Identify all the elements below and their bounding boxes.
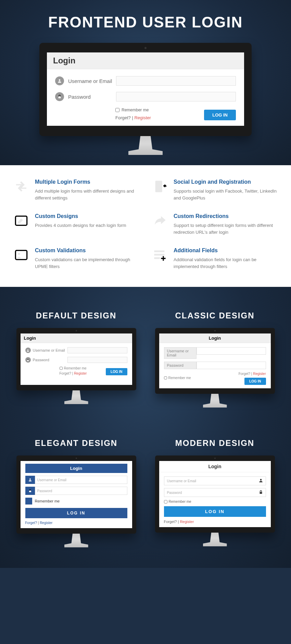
register-link[interactable]: Register: [180, 520, 194, 524]
remember-checkbox[interactable]: [115, 108, 119, 112]
remember-label: Remember me: [122, 108, 149, 112]
login-button[interactable]: LOG IN: [106, 368, 127, 375]
user-icon: [55, 76, 64, 85]
feature-title: Social Login and Registration: [174, 179, 277, 185]
register-link[interactable]: Register: [134, 115, 151, 120]
password-input[interactable]: Password: [35, 487, 127, 495]
feature-title: Additional Fields: [174, 247, 277, 254]
lines-icon: [152, 247, 167, 263]
feature-custom-redirections: Custom Redirections Support to setup dif…: [152, 213, 277, 235]
username-input[interactable]: [67, 347, 127, 353]
feature-title: Multiple Login Forms: [35, 179, 139, 185]
feature-desc: Provides 4 custom designs for each login…: [35, 222, 126, 229]
register-link[interactable]: Register: [74, 372, 87, 375]
feature-custom-validations: Custom Validations Custom validations ca…: [14, 247, 139, 270]
hero-section: FRONTEND USER LOGIN Login Username or Em…: [0, 0, 291, 165]
forget-link[interactable]: Forget?: [239, 372, 250, 376]
user-icon: [25, 348, 31, 353]
username-input[interactable]: Username or Email: [164, 476, 266, 485]
features-section: Multiple Login Forms Add multiple login …: [0, 165, 291, 287]
password-label: Password: [164, 362, 197, 369]
pen-icon: [14, 213, 29, 228]
login-heading: Login: [53, 56, 238, 65]
feature-social-login: Social Login and Registration Supports s…: [152, 179, 277, 201]
remember-checkbox[interactable]: [164, 500, 167, 503]
door-icon: [152, 179, 167, 194]
forget-link[interactable]: Forget?: [25, 521, 37, 525]
feature-additional-fields: Additional Fields Additional validation …: [152, 247, 277, 270]
lock-icon: [55, 92, 64, 101]
feature-desc: Support to setup different login forms w…: [174, 222, 277, 235]
lock-icon: [258, 490, 263, 495]
feature-title: Custom Validations: [35, 247, 139, 254]
lock-icon: [25, 357, 31, 363]
arrows-icon: [14, 179, 29, 194]
feature-title: Custom Redirections: [174, 213, 277, 219]
username-label: Username or Email: [68, 78, 116, 84]
username-input[interactable]: [197, 347, 266, 355]
remember-checkbox[interactable]: [60, 367, 63, 370]
hero-monitor: Login Username or Email Password: [39, 43, 252, 155]
forget-link[interactable]: Forget?: [115, 115, 131, 120]
register-link[interactable]: Register: [253, 372, 266, 376]
password-input[interactable]: [116, 92, 236, 101]
login-button[interactable]: LOG IN: [204, 110, 236, 120]
feature-desc: Supports social login with Facbook, Twit…: [174, 188, 277, 201]
login-heading: Login: [21, 333, 132, 343]
password-input[interactable]: Password: [164, 488, 266, 497]
feature-desc: Custom validations can be implemented th…: [35, 256, 139, 270]
password-label: Password: [68, 94, 116, 100]
card-icon: [14, 247, 29, 263]
password-input[interactable]: [197, 362, 266, 369]
feature-desc: Additional validation fields for login c…: [174, 256, 277, 270]
design-title: ELEGANT DESIGN: [14, 438, 139, 448]
design-classic: CLASSIC DESIGN Login Username or Email P…: [152, 311, 277, 408]
design-modern: MODERN DESIGN Login Username or Email Pa…: [152, 438, 277, 547]
username-input[interactable]: [116, 76, 236, 86]
login-heading: Login: [159, 333, 271, 343]
design-title: CLASSIC DESIGN: [152, 311, 277, 320]
login-button[interactable]: LOG IN: [164, 506, 266, 517]
user-icon: [258, 478, 263, 484]
remember-label: Remember me: [35, 499, 60, 503]
login-button[interactable]: LOG IN: [244, 378, 266, 385]
feature-custom-designs: Custom Designs Provides 4 custom designs…: [14, 213, 139, 235]
design-title: MODERN DESIGN: [152, 438, 277, 448]
username-input[interactable]: Username or Email: [35, 476, 127, 484]
remember-checkbox[interactable]: [25, 498, 32, 505]
login-form-header: Login: [47, 52, 244, 69]
login-heading: Login: [25, 464, 127, 473]
lock-icon: [25, 487, 35, 495]
login-form: Login Username or Email Password: [47, 52, 244, 126]
forget-link[interactable]: Forget?: [60, 372, 71, 375]
login-heading: Login: [159, 461, 271, 472]
password-label: Password: [33, 358, 65, 362]
design-title: DEFAULT DESIGN: [14, 311, 139, 320]
feature-title: Custom Designs: [35, 213, 126, 219]
share-icon: [152, 213, 167, 228]
forget-link[interactable]: Forget?: [164, 520, 177, 524]
feature-multiple-forms: Multiple Login Forms Add multiple login …: [14, 179, 139, 201]
user-icon: [25, 476, 35, 484]
username-label: Username or Email: [164, 347, 197, 359]
designs-section: DEFAULT DESIGN Login Username or Email: [0, 287, 291, 568]
register-link[interactable]: Register: [40, 521, 52, 525]
page-title: FRONTEND USER LOGIN: [0, 14, 291, 31]
password-input[interactable]: [67, 357, 127, 363]
design-elegant: ELEGANT DESIGN Login Username or Email: [14, 438, 139, 547]
username-label: Username or Email: [33, 348, 65, 352]
remember-checkbox[interactable]: [164, 376, 167, 379]
login-button[interactable]: LOG IN: [25, 508, 127, 518]
design-default: DEFAULT DESIGN Login Username or Email: [14, 311, 139, 408]
feature-desc: Add multiple login forms with different …: [35, 188, 139, 201]
